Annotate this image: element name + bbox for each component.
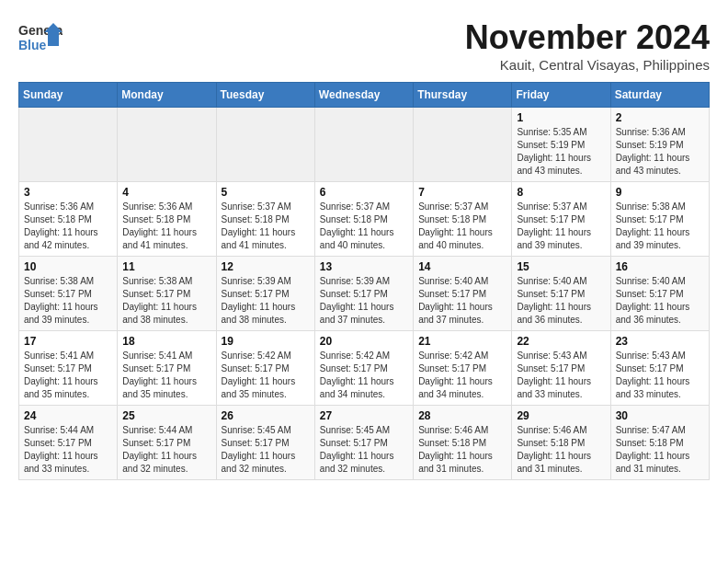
day-detail: Sunrise: 5:41 AM Sunset: 5:17 PM Dayligh… (24, 350, 112, 401)
day-detail: Sunrise: 5:45 AM Sunset: 5:17 PM Dayligh… (320, 424, 408, 476)
day-number: 24 (24, 409, 112, 422)
day-cell-30: 30Sunrise: 5:47 AM Sunset: 5:18 PM Dayli… (610, 406, 709, 480)
day-number: 2 (616, 111, 704, 124)
day-cell-27: 27Sunrise: 5:45 AM Sunset: 5:17 PM Dayli… (314, 406, 413, 480)
day-number: 11 (122, 260, 210, 273)
day-number: 15 (517, 260, 605, 273)
logo-icon: General Blue (18, 18, 63, 55)
day-detail: Sunrise: 5:38 AM Sunset: 5:17 PM Dayligh… (616, 201, 704, 252)
day-detail: Sunrise: 5:38 AM Sunset: 5:17 PM Dayligh… (24, 275, 112, 327)
empty-cell (216, 108, 314, 182)
day-cell-22: 22Sunrise: 5:43 AM Sunset: 5:17 PM Dayli… (512, 331, 610, 406)
day-detail: Sunrise: 5:39 AM Sunset: 5:17 PM Dayligh… (320, 275, 408, 327)
day-cell-2: 2Sunrise: 5:36 AM Sunset: 5:19 PM Daylig… (610, 108, 709, 182)
empty-cell (414, 108, 512, 182)
day-number: 22 (517, 335, 605, 348)
day-detail: Sunrise: 5:45 AM Sunset: 5:17 PM Dayligh… (222, 424, 310, 476)
week-row-2: 3Sunrise: 5:36 AM Sunset: 5:18 PM Daylig… (19, 182, 710, 257)
day-number: 10 (24, 260, 112, 273)
day-cell-9: 9Sunrise: 5:38 AM Sunset: 5:17 PM Daylig… (610, 182, 709, 257)
location-title: Kauit, Central Visayas, Philippines (465, 57, 710, 73)
day-detail: Sunrise: 5:37 AM Sunset: 5:18 PM Dayligh… (320, 201, 408, 252)
day-cell-29: 29Sunrise: 5:46 AM Sunset: 5:18 PM Dayli… (512, 406, 610, 480)
weekday-header-monday: Monday (118, 83, 216, 108)
day-detail: Sunrise: 5:43 AM Sunset: 5:17 PM Dayligh… (616, 350, 704, 401)
month-title: November 2024 (465, 18, 710, 57)
day-detail: Sunrise: 5:41 AM Sunset: 5:17 PM Dayligh… (122, 350, 210, 401)
day-cell-6: 6Sunrise: 5:37 AM Sunset: 5:18 PM Daylig… (314, 182, 413, 257)
day-detail: Sunrise: 5:36 AM Sunset: 5:18 PM Dayligh… (24, 201, 112, 252)
day-cell-1: 1Sunrise: 5:35 AM Sunset: 5:19 PM Daylig… (512, 108, 610, 182)
day-detail: Sunrise: 5:39 AM Sunset: 5:17 PM Dayligh… (222, 275, 310, 327)
day-detail: Sunrise: 5:40 AM Sunset: 5:17 PM Dayligh… (616, 275, 704, 327)
day-cell-11: 11Sunrise: 5:38 AM Sunset: 5:17 PM Dayli… (118, 257, 216, 331)
day-detail: Sunrise: 5:42 AM Sunset: 5:17 PM Dayligh… (222, 350, 310, 401)
week-row-3: 10Sunrise: 5:38 AM Sunset: 5:17 PM Dayli… (19, 257, 710, 331)
day-cell-24: 24Sunrise: 5:44 AM Sunset: 5:17 PM Dayli… (19, 406, 118, 480)
day-number: 17 (24, 335, 112, 348)
day-detail: Sunrise: 5:36 AM Sunset: 5:18 PM Dayligh… (122, 201, 210, 252)
day-number: 30 (616, 409, 704, 422)
day-detail: Sunrise: 5:37 AM Sunset: 5:18 PM Dayligh… (418, 201, 506, 252)
day-number: 29 (517, 409, 605, 422)
day-detail: Sunrise: 5:42 AM Sunset: 5:17 PM Dayligh… (418, 350, 506, 401)
day-detail: Sunrise: 5:44 AM Sunset: 5:17 PM Dayligh… (24, 424, 112, 476)
day-number: 18 (122, 335, 210, 348)
calendar-table: SundayMondayTuesdayWednesdayThursdayFrid… (18, 82, 710, 480)
day-cell-12: 12Sunrise: 5:39 AM Sunset: 5:17 PM Dayli… (216, 257, 314, 331)
day-number: 27 (320, 409, 408, 422)
weekday-header-thursday: Thursday (414, 83, 512, 108)
day-number: 7 (418, 186, 506, 199)
day-detail: Sunrise: 5:36 AM Sunset: 5:19 PM Dayligh… (616, 126, 704, 178)
day-cell-15: 15Sunrise: 5:40 AM Sunset: 5:17 PM Dayli… (512, 257, 610, 331)
day-number: 5 (222, 186, 310, 199)
empty-cell (314, 108, 413, 182)
weekday-header-saturday: Saturday (610, 83, 709, 108)
svg-text:Blue: Blue (18, 38, 47, 52)
weekday-header-row: SundayMondayTuesdayWednesdayThursdayFrid… (19, 83, 710, 108)
weekday-header-friday: Friday (512, 83, 610, 108)
day-number: 26 (222, 409, 310, 422)
day-number: 28 (418, 409, 506, 422)
day-cell-23: 23Sunrise: 5:43 AM Sunset: 5:17 PM Dayli… (610, 331, 709, 406)
weekday-header-sunday: Sunday (19, 83, 118, 108)
day-detail: Sunrise: 5:46 AM Sunset: 5:18 PM Dayligh… (517, 424, 605, 476)
day-number: 21 (418, 335, 506, 348)
day-detail: Sunrise: 5:46 AM Sunset: 5:18 PM Dayligh… (418, 424, 506, 476)
weekday-header-wednesday: Wednesday (314, 83, 413, 108)
week-row-4: 17Sunrise: 5:41 AM Sunset: 5:17 PM Dayli… (19, 331, 710, 406)
empty-cell (118, 108, 216, 182)
day-cell-16: 16Sunrise: 5:40 AM Sunset: 5:17 PM Dayli… (610, 257, 709, 331)
day-cell-28: 28Sunrise: 5:46 AM Sunset: 5:18 PM Dayli… (414, 406, 512, 480)
day-detail: Sunrise: 5:37 AM Sunset: 5:17 PM Dayligh… (517, 201, 605, 252)
day-detail: Sunrise: 5:35 AM Sunset: 5:19 PM Dayligh… (517, 126, 605, 178)
day-detail: Sunrise: 5:43 AM Sunset: 5:17 PM Dayligh… (517, 350, 605, 401)
day-cell-4: 4Sunrise: 5:36 AM Sunset: 5:18 PM Daylig… (118, 182, 216, 257)
day-detail: Sunrise: 5:40 AM Sunset: 5:17 PM Dayligh… (517, 275, 605, 327)
day-detail: Sunrise: 5:42 AM Sunset: 5:17 PM Dayligh… (320, 350, 408, 401)
day-cell-26: 26Sunrise: 5:45 AM Sunset: 5:17 PM Dayli… (216, 406, 314, 480)
day-number: 1 (517, 111, 605, 124)
day-cell-8: 8Sunrise: 5:37 AM Sunset: 5:17 PM Daylig… (512, 182, 610, 257)
day-cell-19: 19Sunrise: 5:42 AM Sunset: 5:17 PM Dayli… (216, 331, 314, 406)
day-number: 25 (122, 409, 210, 422)
day-cell-14: 14Sunrise: 5:40 AM Sunset: 5:17 PM Dayli… (414, 257, 512, 331)
day-cell-7: 7Sunrise: 5:37 AM Sunset: 5:18 PM Daylig… (414, 182, 512, 257)
day-number: 8 (517, 186, 605, 199)
day-number: 13 (320, 260, 408, 273)
day-cell-5: 5Sunrise: 5:37 AM Sunset: 5:18 PM Daylig… (216, 182, 314, 257)
day-detail: Sunrise: 5:44 AM Sunset: 5:17 PM Dayligh… (122, 424, 210, 476)
day-number: 20 (320, 335, 408, 348)
day-number: 9 (616, 186, 704, 199)
day-number: 23 (616, 335, 704, 348)
day-cell-13: 13Sunrise: 5:39 AM Sunset: 5:17 PM Dayli… (314, 257, 413, 331)
logo: General Blue (18, 18, 63, 55)
day-cell-21: 21Sunrise: 5:42 AM Sunset: 5:17 PM Dayli… (414, 331, 512, 406)
day-cell-17: 17Sunrise: 5:41 AM Sunset: 5:17 PM Dayli… (19, 331, 118, 406)
day-number: 16 (616, 260, 704, 273)
empty-cell (19, 108, 118, 182)
day-number: 4 (122, 186, 210, 199)
day-detail: Sunrise: 5:40 AM Sunset: 5:17 PM Dayligh… (418, 275, 506, 327)
page-header: General Blue November 2024 Kauit, Centra… (18, 18, 710, 73)
day-cell-3: 3Sunrise: 5:36 AM Sunset: 5:18 PM Daylig… (19, 182, 118, 257)
